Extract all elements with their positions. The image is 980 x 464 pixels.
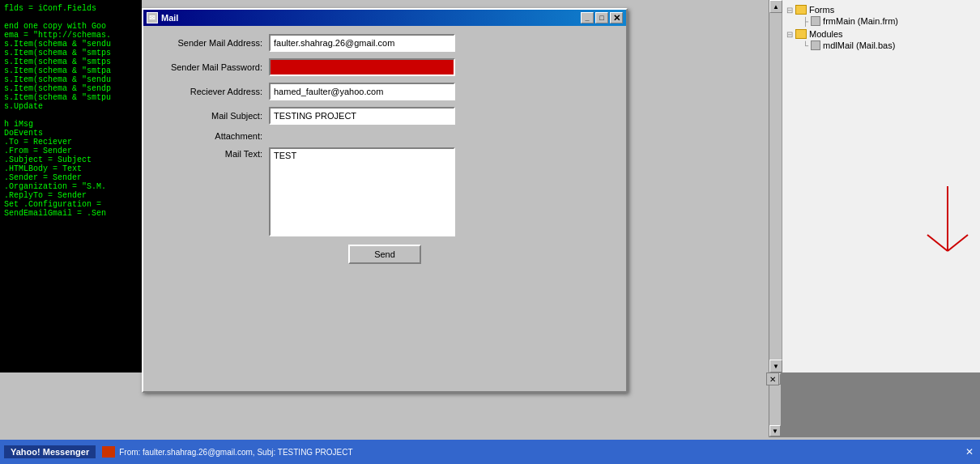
scroll-up-btn[interactable]: ▲	[769, 0, 782, 13]
code-line	[4, 13, 138, 22]
code-line: s.Item(schema & "smtpa	[4, 66, 138, 75]
code-panel: flds = iConf.Fields end one copy with Go…	[0, 0, 142, 372]
code-line: s.Item(schema & "smtps	[4, 57, 138, 66]
dialog-title-left: ✉ Mail	[147, 12, 178, 23]
tree-item-label: mdlMail (Mail.bas)	[823, 40, 895, 50]
tree-forms-folder[interactable]: ⊟ Forms	[786, 4, 976, 15]
sender-password-row: Sender Mail Password:	[156, 58, 614, 76]
sender-address-input[interactable]	[269, 34, 455, 52]
mail-icon: ✉	[147, 12, 158, 23]
subject-label: Mail Subject:	[156, 111, 269, 121]
red-arrow	[891, 178, 972, 275]
receiver-address-label: Reciever Address:	[156, 87, 269, 96]
attachment-label: Attachment:	[156, 131, 269, 141]
code-line: .From = Sender	[4, 147, 138, 155]
code-line: .ReplyTo = Sender	[4, 191, 138, 200]
scroll-down-btn[interactable]: ▼	[769, 360, 782, 372]
sender-password-input[interactable]	[269, 58, 455, 76]
code-line: s.Update	[4, 102, 138, 111]
mail-text-label: Mail Text:	[156, 149, 269, 159]
dialog-titlebar: ✉ Mail _ □ ✕	[143, 10, 626, 26]
sender-password-label: Sender Mail Password:	[156, 62, 269, 72]
main-scrollbar[interactable]: ▲ ▼	[769, 0, 782, 372]
code-line: SendEmailGmail = .Sen	[4, 209, 138, 218]
dialog-title-text: Mail	[161, 13, 178, 23]
maximize-button[interactable]: □	[595, 12, 608, 23]
tree-item-label: frmMain (Main.frm)	[823, 16, 898, 26]
close-button[interactable]: ✕	[610, 12, 623, 23]
code-line: .Subject = Subject	[4, 155, 138, 164]
mail-text-input[interactable]: TEST	[269, 147, 455, 236]
bottom-scroll-down-btn[interactable]: ▼	[769, 425, 781, 436]
yahoo-icon	[102, 446, 115, 458]
bottom-panel-close[interactable]: ✕	[766, 372, 779, 385]
code-line: .HTMLBody = Text	[4, 164, 138, 173]
project-tree: ⊟ Forms ├ frmMain (Main.frm) ⊟ Modules └…	[782, 0, 980, 372]
tree-folder-label: Modules	[809, 29, 843, 39]
bottom-right-panel	[782, 372, 980, 437]
dialog-content: Sender Mail Address: Sender Mail Passwor…	[143, 26, 626, 272]
code-line: s.Item(schema & "smtps	[4, 49, 138, 57]
subject-row: Mail Subject:	[156, 107, 614, 125]
code-line	[4, 111, 138, 120]
sender-address-row: Sender Mail Address:	[156, 34, 614, 52]
code-line: .Sender = Sender	[4, 173, 138, 182]
send-button[interactable]: Send	[348, 245, 421, 264]
yahoo-title: Yahoo! Messenger	[4, 445, 96, 458]
titlebar-buttons: _ □ ✕	[581, 12, 623, 23]
yahoo-message-text: From: faulter.shahrag.26@gmail.com, Subj…	[119, 448, 352, 457]
minimize-button[interactable]: _	[581, 12, 594, 23]
code-line: flds = iConf.Fields	[4, 4, 138, 13]
tree-modules-folder[interactable]: ⊟ Modules	[786, 28, 976, 40]
code-line: Set .Configuration =	[4, 200, 138, 209]
code-line: s.Item(schema & "smtpu	[4, 93, 138, 102]
attachment-row: Attachment:	[156, 131, 614, 141]
mail-dialog: ✉ Mail _ □ ✕ Sender Mail Address: Sender…	[142, 8, 628, 393]
yahoo-close-btn[interactable]: ✕	[965, 446, 974, 458]
code-line: ema = "http://schemas.	[4, 31, 138, 40]
code-line: s.Item(schema & "sendp	[4, 84, 138, 93]
code-line: DoEvents	[4, 129, 138, 138]
mail-text-row: Mail Text: TEST	[156, 147, 614, 236]
yahoo-message-row: From: faulter.shahrag.26@gmail.com, Subj…	[102, 446, 352, 458]
sender-address-label: Sender Mail Address:	[156, 38, 269, 48]
code-line: .Organization = "S.M.	[4, 182, 138, 191]
subject-input[interactable]	[269, 107, 455, 125]
tree-folder-label: Forms	[809, 5, 834, 15]
receiver-address-input[interactable]	[269, 83, 455, 100]
svg-line-1	[927, 235, 948, 251]
yahoo-messenger-bar: Yahoo! Messenger From: faulter.shahrag.2…	[0, 440, 980, 464]
code-line: .To = Reciever	[4, 138, 138, 147]
svg-line-2	[948, 235, 968, 251]
receiver-address-row: Reciever Address:	[156, 83, 614, 100]
code-line: end one copy with Goo	[4, 22, 138, 31]
code-line: s.Item(schema & "sendu	[4, 75, 138, 84]
tree-mdlmail[interactable]: └ mdlMail (Mail.bas)	[803, 40, 976, 51]
tree-frmmain[interactable]: ├ frmMain (Main.frm)	[803, 15, 976, 27]
code-line: s.Item(schema & "sendu	[4, 40, 138, 49]
code-line: h iMsg	[4, 120, 138, 129]
